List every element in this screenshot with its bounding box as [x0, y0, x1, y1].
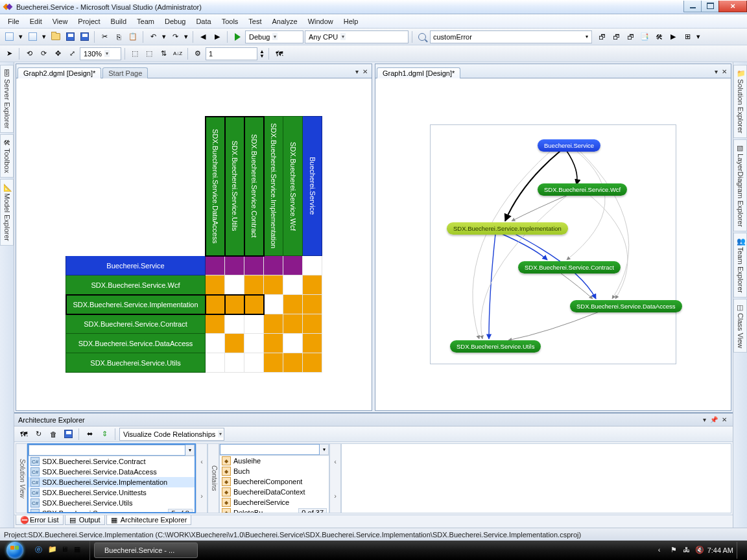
redo-button[interactable]: ↷ [169, 30, 182, 43]
nav-fwd-button[interactable]: ▶ [211, 30, 224, 43]
panel-pin-button[interactable]: 📌 [708, 416, 720, 423]
menu-tools[interactable]: Tools [217, 16, 244, 27]
menu-test[interactable]: Test [243, 16, 267, 27]
col-label[interactable]: SDX.Buecherei.Service.DataAccess [206, 117, 225, 256]
graph-tool-button[interactable]: 🗺 [272, 47, 285, 60]
matrix-cell[interactable] [225, 256, 244, 275]
class-view-tab[interactable]: ◫Class View [733, 299, 747, 353]
nav-left-icon[interactable]: ‹ [330, 444, 340, 478]
tool-icon[interactable]: 🗗 [610, 30, 622, 43]
menu-debug[interactable]: Debug [160, 16, 191, 27]
tab-graph1[interactable]: Graph1.dgml [Design]* [377, 67, 460, 78]
pointer-tool-button[interactable]: ➤ [3, 47, 16, 60]
col-label[interactable]: SDX.Buecherei.Service.Utils [225, 117, 244, 256]
list-item[interactable]: ◆Ausleihe [220, 456, 329, 466]
graph-node-utils[interactable]: SDX.Buecherei.Service.Utils [450, 340, 541, 353]
graph2-canvas[interactable]: SDX.Buecherei.Service.DataAccess SDX.Bue… [16, 78, 372, 410]
tray-volume-icon[interactable]: 🔇 [695, 546, 704, 555]
tool-icon[interactable]: ⊞ [681, 30, 694, 43]
matrix-cell[interactable] [283, 334, 303, 353]
explorer-icon[interactable]: 📁 [48, 545, 58, 555]
server-explorer-tab[interactable]: 🗄Server Explorer [0, 65, 14, 133]
menu-edit[interactable]: Edit [25, 16, 47, 27]
panel-menu-button[interactable]: ▾ [701, 416, 708, 423]
layer-diagram-tab[interactable]: ▧LayerDiagram Explorer [733, 139, 747, 231]
ie-icon[interactable]: ⓔ [35, 545, 45, 555]
arch-new-graph-button[interactable]: 🗺 [17, 428, 30, 441]
graph-node-contract[interactable]: SDX.Buecherei.Service.Contract [518, 261, 621, 274]
matrix-cell[interactable] [244, 295, 264, 314]
task-vs[interactable]: Buecherei.Service - ... [94, 542, 198, 558]
row-label[interactable]: SDX.Buecherei.Service.Utils [66, 353, 206, 373]
matrix-cell[interactable] [303, 275, 322, 295]
add-item-button[interactable] [26, 30, 39, 43]
matrix-cell[interactable] [283, 275, 303, 295]
desktop-icon[interactable]: 🖥 [61, 545, 71, 555]
matrix-cell[interactable] [244, 353, 264, 373]
col2-filter-dropdown[interactable]: ▾ [320, 444, 329, 455]
tab-output[interactable]: ▤Output [65, 515, 105, 525]
matrix-cell[interactable] [303, 334, 322, 353]
tool-icon[interactable]: 🗗 [624, 30, 637, 43]
redo-view-button[interactable]: ⟳ [37, 47, 50, 60]
matrix-cell[interactable] [264, 295, 283, 314]
row-label[interactable]: SDX.Buecherei.Service.DataAccess [66, 334, 206, 353]
tool-icon[interactable]: 🛠 [652, 30, 665, 43]
nav-right-icon[interactable]: › [330, 478, 340, 513]
spin-buttons[interactable]: ▲▼ [259, 47, 265, 60]
matrix-cell[interactable] [283, 256, 303, 275]
pan-button[interactable]: ✥ [51, 47, 64, 60]
list-item[interactable]: ◆BuechereiComponent [220, 476, 329, 487]
cut-button[interactable]: ✂ [98, 30, 111, 43]
list-item[interactable]: ◆BuechereiService [220, 497, 329, 508]
quick-find-input[interactable] [430, 30, 592, 43]
zoom-dropdown[interactable]: 130% [80, 47, 121, 60]
undo-split-button[interactable]: ▾ [161, 30, 167, 43]
list-item[interactable]: C#SDX.Buecherei.S5 of 8 [29, 508, 195, 512]
maximize-button[interactable] [701, 1, 719, 12]
tool-icon[interactable]: 📑 [638, 30, 651, 43]
close-button[interactable] [718, 1, 747, 12]
arch-expand-button[interactable]: ⬌ [83, 428, 96, 441]
col-label[interactable]: SDX.Buecherei.Service.Contract [244, 117, 264, 256]
menu-project[interactable]: Project [73, 16, 105, 27]
team-explorer-tab[interactable]: 👥Team Explorer [733, 233, 747, 298]
arch-collapse-button[interactable]: ⇕ [98, 428, 111, 441]
tool-icon[interactable]: 🗗 [595, 30, 608, 43]
minimize-button[interactable] [683, 1, 702, 12]
platform-dropdown[interactable]: Any CPU [305, 30, 409, 43]
visualize-dropdown[interactable]: Visualize Code Relationships [119, 428, 224, 441]
menu-file[interactable]: File [3, 16, 25, 27]
tab-arch-explorer[interactable]: ▦Architecture Explorer [106, 515, 192, 525]
filter-button[interactable]: ⚙ [191, 47, 204, 60]
nav-back-button[interactable]: ◀ [196, 30, 209, 43]
arch-clear-button[interactable]: 🗑 [47, 428, 60, 441]
matrix-cell[interactable] [303, 314, 322, 334]
arch-save-button[interactable] [62, 428, 75, 441]
col-label[interactable]: SDX.Buecherei.Service.Implementation [264, 117, 283, 256]
menu-analyze[interactable]: Analyze [267, 16, 303, 27]
list-item[interactable]: C#SDX.Buecherei.Service.Unittests [29, 487, 195, 498]
find-button[interactable] [416, 30, 429, 43]
tray-clock[interactable]: 7:44 AM [707, 546, 733, 554]
tab-close-button[interactable]: ✕ [361, 68, 369, 75]
list-item[interactable]: ◆BuechereiDataContext [220, 487, 329, 497]
col1-filter-dropdown[interactable]: ▾ [185, 445, 195, 456]
undo-view-button[interactable]: ⟲ [23, 47, 36, 60]
matrix-cell[interactable] [303, 295, 322, 314]
paste-button[interactable]: 📋 [126, 30, 139, 43]
matrix-cell[interactable] [244, 256, 264, 275]
tool-dropdown[interactable]: ▾ [695, 30, 702, 43]
matrix-cell[interactable] [264, 256, 283, 275]
matrix-cell[interactable] [283, 353, 303, 373]
list-item[interactable]: C#SDX.Buecherei.Service.DataAccess [29, 467, 195, 477]
col-label[interactable]: SDX.Buecherei.Service.Wcf [283, 117, 303, 256]
new-dropdown-button[interactable]: ▾ [17, 30, 25, 43]
matrix-cell[interactable] [244, 334, 264, 353]
matrix-cell[interactable] [206, 275, 225, 295]
matrix-cell[interactable] [244, 275, 264, 295]
col2-items[interactable]: ◆Ausleihe ◆Buch ◆BuechereiComponent ◆Bue… [220, 456, 329, 513]
graph-node-root[interactable]: Buecherei.Service [538, 139, 600, 152]
menu-window[interactable]: Window [303, 16, 338, 27]
arch-refresh-button[interactable]: ↻ [32, 428, 45, 441]
